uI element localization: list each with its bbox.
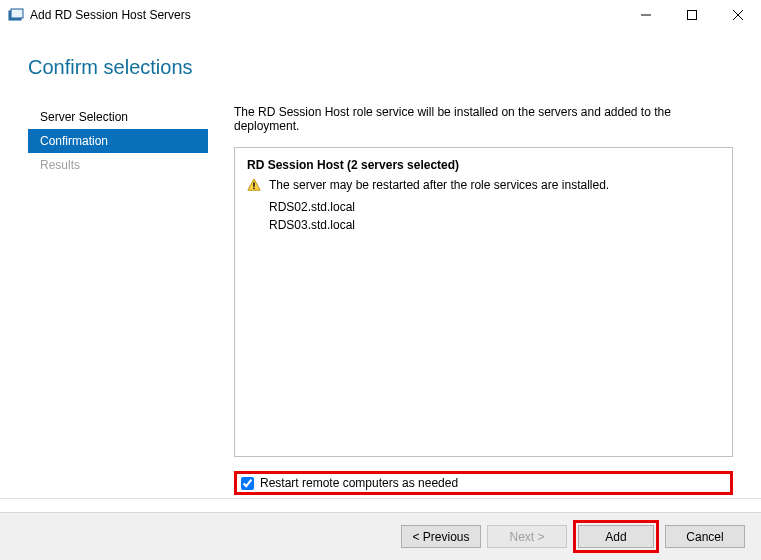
warning-icon — [247, 178, 261, 192]
svg-rect-1 — [11, 9, 23, 18]
list-item: RDS02.std.local — [269, 198, 720, 216]
svg-rect-3 — [688, 10, 697, 19]
svg-rect-8 — [253, 188, 254, 189]
content: Confirm selections Server Selection Conf… — [0, 30, 761, 495]
intro-text: The RD Session Host role service will be… — [234, 105, 733, 133]
minimize-button[interactable] — [623, 0, 669, 30]
nav-confirmation[interactable]: Confirmation — [28, 129, 208, 153]
page-title: Confirm selections — [28, 56, 733, 79]
restart-checkbox[interactable] — [241, 477, 254, 490]
nav-server-selection[interactable]: Server Selection — [28, 105, 208, 129]
add-button[interactable]: Add — [578, 525, 654, 548]
separator — [0, 498, 761, 499]
warning-text: The server may be restarted after the ro… — [269, 178, 609, 192]
maximize-button[interactable] — [669, 0, 715, 30]
next-button: Next > — [487, 525, 567, 548]
box-title: RD Session Host (2 servers selected) — [247, 158, 720, 172]
list-item: RDS03.std.local — [269, 216, 720, 234]
window-controls — [623, 0, 761, 30]
window-title: Add RD Session Host Servers — [30, 8, 623, 22]
add-button-highlight: Add — [573, 520, 659, 553]
restart-checkbox-label: Restart remote computers as needed — [260, 476, 458, 490]
warning-row: The server may be restarted after the ro… — [247, 178, 720, 192]
close-button[interactable] — [715, 0, 761, 30]
cancel-button[interactable]: Cancel — [665, 525, 745, 548]
nav-results: Results — [28, 153, 208, 177]
restart-checkbox-row: Restart remote computers as needed — [234, 471, 733, 495]
app-icon — [8, 7, 24, 23]
main-panel: The RD Session Host role service will be… — [208, 105, 733, 495]
previous-button[interactable]: < Previous — [401, 525, 481, 548]
selection-box: RD Session Host (2 servers selected) The… — [234, 147, 733, 457]
titlebar: Add RD Session Host Servers — [0, 0, 761, 30]
svg-rect-7 — [253, 182, 254, 186]
server-list: RDS02.std.local RDS03.std.local — [269, 198, 720, 234]
footer: < Previous Next > Add Cancel — [0, 512, 761, 560]
wizard-nav: Server Selection Confirmation Results — [28, 105, 208, 495]
